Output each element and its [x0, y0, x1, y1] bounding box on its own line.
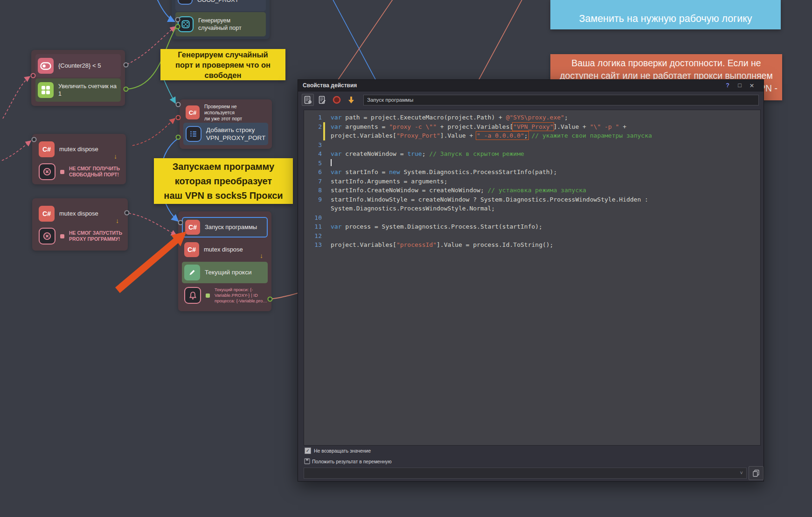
put-result-label: Положить результат в переменную — [312, 459, 392, 464]
code-editor[interactable]: 1var path = project.ExecuteMacro(project… — [304, 110, 761, 446]
code-line[interactable]: 12 — [304, 231, 760, 241]
code-line[interactable]: 13project.Variables["processId"].Value =… — [304, 240, 760, 250]
script-edit-icon[interactable] — [316, 94, 328, 106]
code-line[interactable]: 6var startInfo = new System.Diagnostics.… — [304, 168, 760, 177]
help-button[interactable]: ? — [722, 82, 734, 89]
run-arrow-icon[interactable] — [345, 94, 357, 106]
code-line[interactable]: 4var createNoWindow = true; // Запуск в … — [304, 149, 760, 159]
copy-icon — [752, 469, 760, 477]
no-return-checkbox[interactable]: ✓ — [305, 447, 311, 454]
action-properties-dialog: Свойства действия ? □ ✕ 1var path = proj… — [298, 79, 764, 482]
code-line[interactable]: 1var path = project.ExecuteMacro(project… — [304, 113, 760, 122]
result-variable-input[interactable]: ˅ — [304, 468, 747, 479]
code-line[interactable]: 8startInfo.CreateNoWindow = createNoWind… — [304, 186, 760, 195]
code-line[interactable]: 5 — [304, 159, 760, 168]
code-line[interactable]: 10 — [304, 213, 760, 223]
close-button[interactable]: ✕ — [746, 82, 758, 89]
code-line[interactable]: 7startInfo.Arguments = arguments; — [304, 177, 760, 186]
code-line[interactable]: 11var process = System.Diagnostics.Proce… — [304, 222, 760, 231]
dialog-titlebar[interactable]: Свойства действия ? □ ✕ — [298, 80, 763, 91]
no-return-label: Не возвращать значение — [314, 448, 371, 454]
script-settings-icon[interactable] — [302, 94, 314, 106]
put-result-row: Положить результат в переменную — [304, 458, 392, 464]
code-line[interactable]: 2var arguments = "proxy -c \"" + project… — [304, 122, 760, 132]
record-icon[interactable] — [331, 94, 343, 106]
code-lines: 1var path = project.ExecuteMacro(project… — [304, 113, 760, 250]
code-line[interactable]: System.Diagnostics.ProcessWindowStyle.No… — [304, 204, 760, 213]
action-name-input[interactable] — [363, 95, 759, 105]
flow-canvas: Добавить строку,GOOD_PROXY Генерируем сл… — [0, 0, 812, 517]
code-line[interactable]: 9startInfo.WindowStyle = createNoWindow … — [304, 195, 760, 204]
copy-button[interactable] — [749, 466, 763, 480]
no-return-row: ✓ Не возвращать значение — [305, 447, 371, 454]
code-line[interactable]: 3 — [304, 140, 760, 150]
dropdown-caret-icon[interactable]: ˅ — [740, 470, 743, 475]
save-icon — [304, 458, 310, 464]
maximize-button[interactable]: □ — [734, 82, 746, 89]
dialog-toolbar — [298, 91, 763, 108]
code-line[interactable]: project.Variables["Proxy_Port"].Value + … — [304, 131, 760, 140]
dialog-title: Свойства действия — [303, 82, 357, 89]
